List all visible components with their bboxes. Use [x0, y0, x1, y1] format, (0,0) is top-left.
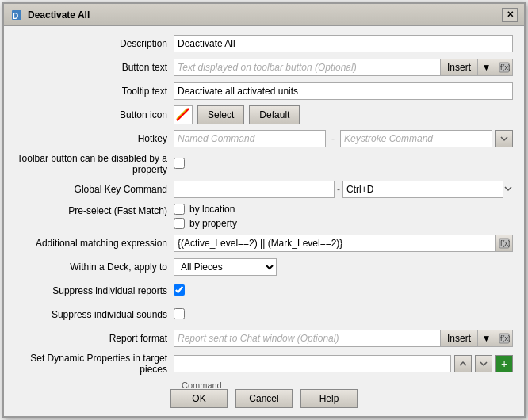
hotkey-control: - [174, 130, 513, 147]
button-icon-control: Select Default [174, 105, 513, 124]
global-key-control: - [174, 181, 513, 198]
toolbar-disabled-row: Toolbar button can be disabled by a prop… [15, 153, 513, 175]
svg-text:f(x): f(x) [500, 63, 510, 71]
button-text-input[interactable] [174, 59, 441, 76]
report-dropdown-button[interactable]: ▼ [478, 330, 495, 347]
title-bar-icon: D [10, 9, 23, 21]
report-calc-button[interactable]: f(x) [495, 330, 513, 347]
description-row: Description [15, 34, 513, 53]
preselect-row: Pre-select (Fast Match) by location by p… [15, 204, 513, 229]
dynamic-props-up-button[interactable] [454, 355, 472, 372]
additional-match-label: Additional matching expression [15, 238, 174, 249]
button-text-calc-button[interactable]: f(x) [495, 59, 513, 76]
toolbar-disabled-control [174, 158, 513, 171]
dynamic-props-area [174, 355, 451, 372]
by-location-row: by location [174, 204, 513, 215]
suppress-reports-checkbox[interactable] [174, 284, 185, 296]
svg-text:D: D [13, 12, 18, 21]
within-deck-row: Within a Deck, apply to All Pieces [15, 258, 513, 277]
dynamic-props-down-button[interactable] [475, 355, 492, 372]
button-icon-label: Button icon [15, 109, 174, 120]
additional-match-input[interactable] [174, 235, 495, 252]
tooltip-input[interactable] [174, 82, 513, 100]
by-location-label: by location [189, 204, 235, 215]
hotkey-label: Hotkey [15, 133, 174, 144]
report-format-control: Insert ▼ f(x) [174, 330, 513, 347]
default-button[interactable]: Default [249, 105, 300, 124]
dialog-footer: OK Cancel Help [4, 389, 524, 408]
by-location-checkbox[interactable] [174, 204, 185, 215]
report-format-row: Report format Insert ▼ f(x) [15, 329, 513, 348]
svg-text:f(x): f(x) [500, 334, 510, 342]
description-control [174, 35, 513, 52]
button-text-label: Button text [15, 62, 174, 73]
additional-match-calc-button[interactable]: f(x) [495, 235, 513, 252]
global-key-input[interactable] [174, 181, 335, 198]
preselect-control: by location by property [174, 204, 513, 229]
button-icon-row: Button icon Select Default [15, 105, 513, 124]
ok-button[interactable]: OK [170, 389, 228, 408]
within-deck-control: All Pieces [174, 258, 513, 276]
suppress-reports-label: Suppress individual reports [15, 285, 174, 296]
description-label: Description [15, 38, 174, 49]
preselect-label: Pre-select (Fast Match) [15, 204, 174, 216]
toolbar-disabled-label: Toolbar button can be disabled by a prop… [15, 153, 174, 175]
hotkey-named-input[interactable] [174, 130, 326, 147]
dynamic-props-row: Set Dynamic Properties in target pieces … [15, 353, 513, 375]
hotkey-row: Hotkey - [15, 129, 513, 148]
suppress-sounds-control [174, 308, 513, 322]
global-key-separator: - [335, 184, 342, 195]
tooltip-control [174, 82, 513, 100]
by-property-row: by property [174, 218, 513, 229]
toolbar-disabled-checkbox[interactable] [174, 158, 185, 169]
additional-match-row: Additional matching expression f(x) [15, 234, 513, 253]
button-text-row: Button text Insert ▼ f(x) [15, 58, 513, 77]
by-property-checkbox[interactable] [174, 218, 185, 229]
within-deck-select[interactable]: All Pieces [174, 258, 277, 276]
report-format-label: Report format [15, 333, 174, 344]
dynamic-props-control: + [174, 355, 513, 372]
within-deck-label: Within a Deck, apply to [15, 262, 174, 273]
tooltip-row: Tooltip text [15, 82, 513, 101]
button-text-control: Insert ▼ f(x) [174, 59, 513, 76]
svg-line-5 [177, 109, 187, 119]
icon-preview [174, 105, 193, 124]
svg-line-4 [177, 109, 189, 120]
svg-text:f(x): f(x) [500, 239, 510, 247]
global-key-label: Global Key Command [15, 184, 174, 195]
help-button[interactable]: Help [300, 389, 358, 408]
dynamic-props-label: Set Dynamic Properties in target pieces [15, 353, 174, 375]
dialog-content: Description Button text Insert ▼ f(x) [4, 26, 524, 402]
report-insert-button[interactable]: Insert [441, 330, 478, 347]
description-input[interactable] [174, 35, 513, 52]
global-key-row: Global Key Command - [15, 180, 513, 199]
dialog: D Deactivate All ✕ Description Button te… [2, 2, 526, 418]
close-button[interactable]: ✕ [502, 8, 518, 22]
dialog-title: Deactivate All [28, 10, 502, 21]
suppress-sounds-label: Suppress individual sounds [15, 309, 174, 320]
cancel-button[interactable]: Cancel [235, 389, 293, 408]
hotkey-separator: - [329, 133, 337, 144]
additional-match-control: f(x) [174, 235, 513, 252]
dynamic-props-add-button[interactable]: + [495, 355, 513, 372]
title-bar: D Deactivate All ✕ [4, 4, 524, 26]
global-key-ctrl-input[interactable] [342, 181, 503, 198]
suppress-reports-row: Suppress individual reports [15, 281, 513, 300]
suppress-sounds-row: Suppress individual sounds [15, 305, 513, 324]
select-button[interactable]: Select [197, 105, 244, 124]
report-format-input[interactable] [174, 330, 441, 347]
by-property-label: by property [189, 218, 237, 229]
hotkey-arrow-button[interactable] [495, 130, 513, 147]
button-text-dropdown-button[interactable]: ▼ [478, 59, 495, 76]
suppress-sounds-checkbox[interactable] [174, 308, 185, 319]
suppress-reports-control [174, 284, 513, 298]
global-key-arrow-button[interactable] [503, 184, 513, 196]
button-text-insert-button[interactable]: Insert [441, 59, 478, 76]
hotkey-keystroke-input[interactable] [340, 130, 492, 147]
tooltip-label: Tooltip text [15, 86, 174, 97]
